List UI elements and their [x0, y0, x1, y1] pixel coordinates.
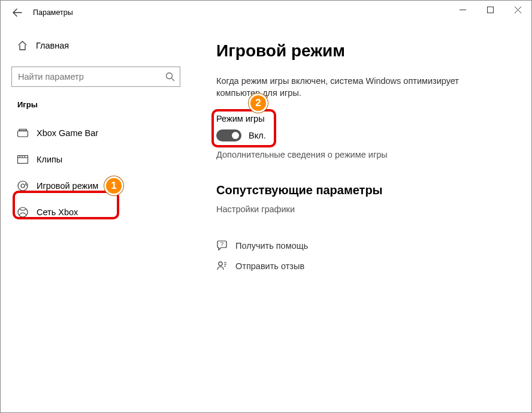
maximize-button[interactable]: [476, 1, 504, 19]
page-description: Когда режим игры включен, система Window…: [216, 75, 474, 100]
page-title: Игровой режим: [216, 41, 513, 61]
get-help-label: Получить помощь: [235, 241, 308, 251]
sidebar: Главная Игры Xbox Game Bar Клипы И: [1, 25, 192, 412]
graphics-settings-link[interactable]: Настройки графики: [216, 204, 513, 214]
xbox-icon: [17, 207, 28, 218]
sidebar-item-game-mode[interactable]: Игровой режим: [11, 174, 180, 198]
sidebar-item-label: Клипы: [37, 155, 62, 164]
game-bar-icon: [17, 128, 28, 138]
feedback-row[interactable]: Отправить отзыв: [216, 261, 513, 272]
main-panel: Игровой режим Когда режим игры включен, …: [192, 25, 531, 412]
titlebar: Параметры: [1, 1, 531, 25]
home-nav-item[interactable]: Главная: [11, 35, 186, 56]
svg-point-6: [21, 184, 25, 188]
related-heading: Сопутствующие параметры: [216, 183, 513, 197]
get-help-row[interactable]: ? Получить помощь: [216, 240, 513, 251]
sidebar-item-xbox-network[interactable]: Сеть Xbox: [11, 200, 180, 224]
setting-label: Режим игры: [216, 114, 513, 123]
sidebar-item-label: Сеть Xbox: [37, 207, 78, 217]
help-icon: ?: [216, 240, 227, 251]
toggle-status-text: Вкл.: [249, 131, 266, 140]
back-button[interactable]: [9, 4, 26, 21]
home-label: Главная: [36, 41, 69, 50]
arrow-left-icon: [13, 8, 22, 17]
game-mode-icon: [17, 180, 28, 191]
sidebar-item-clips[interactable]: Клипы: [11, 147, 180, 171]
game-mode-toggle-row: Вкл.: [216, 129, 513, 141]
svg-rect-2: [18, 131, 28, 137]
home-icon: [17, 41, 28, 50]
close-button[interactable]: [504, 1, 531, 19]
clips-icon: [17, 154, 28, 165]
window-controls: [449, 1, 531, 20]
svg-point-9: [218, 262, 222, 266]
feedback-icon: [216, 261, 227, 272]
svg-rect-0: [487, 7, 493, 13]
game-mode-toggle[interactable]: [216, 129, 241, 141]
minimize-button[interactable]: [449, 1, 476, 19]
search-input[interactable]: [18, 72, 159, 82]
section-heading: Игры: [17, 100, 186, 109]
sidebar-item-label: Игровой режим: [37, 181, 98, 191]
svg-point-1: [167, 73, 173, 79]
svg-rect-3: [19, 129, 26, 131]
more-info-link[interactable]: Дополнительные сведения о режиме игры: [216, 150, 513, 159]
close-icon: [515, 7, 521, 13]
window-title: Параметры: [33, 8, 73, 17]
sidebar-item-label: Xbox Game Bar: [37, 128, 98, 138]
maximize-icon: [487, 7, 494, 13]
search-icon: [165, 72, 175, 82]
toggle-thumb: [232, 132, 239, 139]
search-box[interactable]: [11, 67, 180, 87]
svg-point-7: [18, 207, 28, 217]
sidebar-item-xbox-game-bar[interactable]: Xbox Game Bar: [11, 121, 180, 145]
svg-rect-4: [18, 156, 28, 164]
feedback-label: Отправить отзыв: [235, 261, 304, 271]
minimize-icon: [460, 7, 466, 13]
svg-text:?: ?: [220, 241, 223, 247]
